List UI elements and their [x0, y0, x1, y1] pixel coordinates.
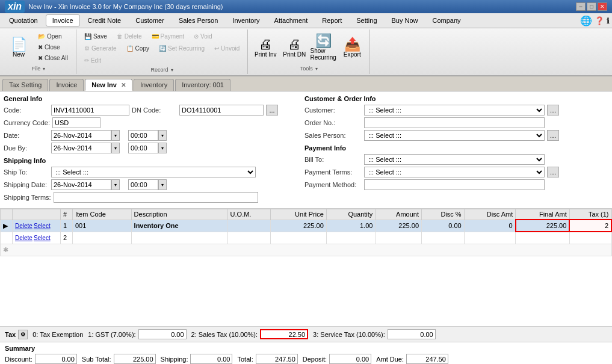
close-all-button[interactable]: ✖ Close All: [34, 52, 72, 63]
customer-browse-button[interactable]: …: [547, 105, 559, 116]
print-inv-button[interactable]: 🖨 Print Inv: [252, 31, 279, 64]
row-2-amount[interactable]: [376, 232, 422, 244]
deposit-input[interactable]: [329, 354, 371, 364]
row-1-final-amt[interactable]: 225.00: [516, 220, 570, 232]
shipping-input[interactable]: [190, 354, 232, 364]
tools-expand-icon[interactable]: ▾: [315, 66, 318, 72]
shipping-terms-input[interactable]: [54, 192, 258, 203]
subtotal-input[interactable]: [114, 354, 156, 364]
tab-close-icon[interactable]: ✕: [121, 82, 126, 88]
show-recurring-button[interactable]: 🔄 Show Recurring: [309, 31, 337, 64]
help-icon[interactable]: ❓: [595, 16, 604, 25]
sales-person-browse-button[interactable]: …: [547, 130, 559, 141]
row-2-tax1[interactable]: [569, 232, 611, 244]
row-1-disc-amt[interactable]: 0: [464, 220, 516, 232]
row-1-tax1[interactable]: 2: [569, 220, 611, 232]
shipping-time-input[interactable]: [128, 179, 158, 190]
shipping-date-dropdown-icon[interactable]: ▾: [111, 179, 120, 190]
row-2-final-amt[interactable]: [516, 232, 570, 244]
delete-row-1-link[interactable]: Delete: [15, 223, 32, 229]
new-button[interactable]: 📄 New: [5, 31, 32, 64]
info-icon[interactable]: ℹ: [607, 16, 610, 25]
delete-row-2-link[interactable]: Delete: [15, 235, 32, 241]
menu-company[interactable]: Company: [426, 14, 468, 26]
payment-button[interactable]: 💳 Payment: [147, 31, 188, 42]
shipping-date-input[interactable]: [51, 179, 111, 190]
void-button[interactable]: ⊘ Void: [190, 31, 216, 42]
tab-inventory-001[interactable]: Inventory: 001: [175, 79, 230, 91]
order-no-input[interactable]: [364, 117, 545, 128]
unvoid-button[interactable]: ↩ Unvoid: [210, 43, 244, 54]
row-1-item-code[interactable]: 001: [73, 220, 132, 232]
payment-terms-select[interactable]: ::: Select :::: [364, 167, 545, 177]
export-button[interactable]: 📤 Export: [338, 31, 366, 64]
close-button-ribbon[interactable]: ✖ Close: [34, 42, 72, 52]
bill-to-select[interactable]: ::: Select :::: [364, 154, 545, 165]
date-time-dropdown-icon[interactable]: ▾: [158, 130, 167, 141]
due-by-time-input[interactable]: [128, 143, 158, 153]
select-row-1-link[interactable]: Select: [34, 223, 51, 229]
tax-settings-icon[interactable]: ⚙: [18, 330, 28, 339]
menu-credit-note[interactable]: Credit Note: [81, 14, 128, 26]
shipping-time-dropdown-icon[interactable]: ▾: [158, 179, 167, 190]
payment-terms-browse-button[interactable]: …: [547, 167, 559, 177]
total-input[interactable]: [256, 354, 298, 364]
row-1-amount[interactable]: 225.00: [376, 220, 422, 232]
dn-code-browse-button[interactable]: ...: [266, 105, 278, 116]
print-dn-button[interactable]: 🖨 Print DN: [280, 31, 308, 64]
tax-1-input[interactable]: [138, 329, 187, 339]
row-2-disc-pct[interactable]: [422, 232, 465, 244]
row-1-disc-pct[interactable]: 0.00: [422, 220, 465, 232]
edit-button[interactable]: ✏ Edit: [80, 55, 105, 66]
row-1-description[interactable]: Inventory One: [131, 220, 227, 232]
payment-method-input[interactable]: [364, 179, 545, 190]
date-input[interactable]: [51, 130, 111, 141]
due-by-time-dropdown-icon[interactable]: ▾: [158, 143, 167, 153]
row-1-quantity[interactable]: 1.00: [326, 220, 376, 232]
record-expand-icon[interactable]: ▾: [171, 67, 173, 73]
row-2-unit-price[interactable]: [271, 232, 327, 244]
date-time-input[interactable]: [128, 130, 158, 141]
row-2-description[interactable]: [131, 232, 227, 244]
menu-invoice[interactable]: Invoice: [46, 14, 80, 26]
tab-tax-setting[interactable]: Tax Setting: [2, 79, 48, 91]
row-1-unit-price[interactable]: 225.00: [271, 220, 327, 232]
menu-quotation[interactable]: Quotation: [2, 14, 45, 26]
restore-button[interactable]: □: [587, 2, 596, 11]
tax-3-input[interactable]: [388, 329, 436, 339]
row-2-uom[interactable]: [227, 232, 271, 244]
menu-sales-person[interactable]: Sales Person: [172, 14, 224, 26]
sales-person-select[interactable]: ::: Select :::: [364, 130, 545, 141]
menu-setting[interactable]: Setting: [350, 14, 383, 26]
row-1-uom[interactable]: [227, 220, 271, 232]
tab-new-inv[interactable]: New Inv ✕: [85, 79, 132, 91]
row-2-quantity[interactable]: [326, 232, 376, 244]
save-button-ribbon[interactable]: 💾 Save: [80, 31, 111, 42]
menu-inventory[interactable]: Inventory: [226, 14, 266, 26]
amt-due-input[interactable]: [406, 354, 448, 364]
currency-input[interactable]: [52, 117, 100, 128]
code-input[interactable]: [51, 105, 129, 116]
ship-to-select[interactable]: ::: Select :::: [51, 167, 256, 177]
menu-buy-now[interactable]: Buy Now: [385, 14, 425, 26]
dn-code-input[interactable]: [179, 105, 264, 116]
minimize-button[interactable]: –: [576, 2, 586, 11]
discount-input[interactable]: [35, 354, 77, 364]
open-button[interactable]: 📂 Open: [34, 31, 72, 42]
due-by-dropdown-icon[interactable]: ▾: [111, 143, 120, 153]
date-dropdown-icon[interactable]: ▾: [111, 130, 120, 141]
menu-customer[interactable]: Customer: [129, 14, 171, 26]
tab-invoice[interactable]: Invoice: [49, 79, 84, 91]
delete-button-ribbon[interactable]: 🗑 Delete: [113, 31, 146, 42]
tax-2-input[interactable]: [260, 329, 308, 339]
due-by-input[interactable]: [51, 143, 111, 153]
file-expand-icon[interactable]: ▾: [43, 66, 45, 72]
tab-inventory[interactable]: Inventory: [134, 79, 174, 91]
select-row-2-link[interactable]: Select: [34, 235, 51, 241]
set-recurring-button[interactable]: 🔄 Set Recurring: [155, 43, 209, 54]
close-button[interactable]: ✕: [598, 2, 607, 11]
row-2-disc-amt[interactable]: [464, 232, 516, 244]
customer-select[interactable]: ::: Select :::: [364, 105, 545, 116]
menu-report[interactable]: Report: [315, 14, 348, 26]
copy-button[interactable]: 📋 Copy: [122, 43, 153, 54]
